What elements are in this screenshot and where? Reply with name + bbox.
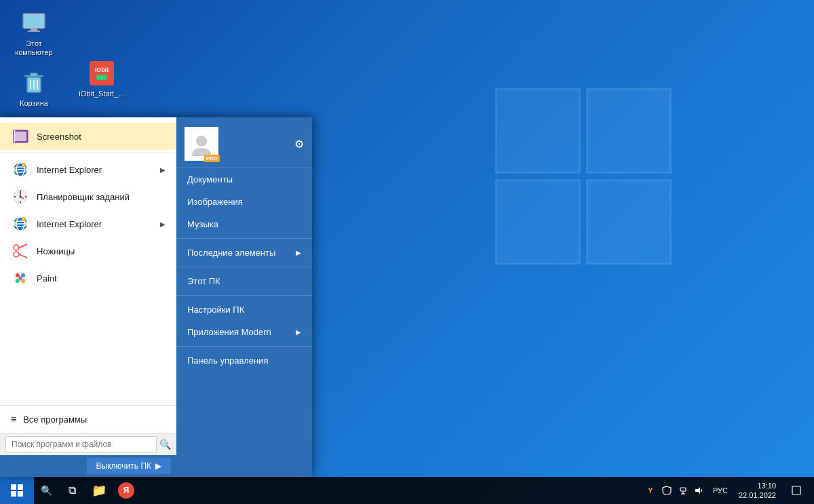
app-scissors-label: Ножницы <box>37 246 166 256</box>
yandex-browser-tray-icon[interactable]: Y <box>644 477 657 504</box>
desktop-icon-this-computer[interactable]: Этот компьютер <box>7 7 61 60</box>
svg-rect-55 <box>11 484 16 490</box>
recent-arrow: ▶ <box>296 249 301 256</box>
svg-rect-3 <box>587 180 671 264</box>
shutdown-button[interactable]: Выключить ПК ▶ <box>87 458 171 474</box>
windows-logo-bg <box>488 81 678 271</box>
search-icon[interactable]: 🔍 <box>159 439 171 450</box>
right-menu-modern-apps[interactable]: Приложения Modern ▶ <box>176 321 312 343</box>
start-panel-right: PRO ⚙ Документы Изображения Музыка После… <box>176 117 312 477</box>
app-screenshot[interactable]: Screenshot <box>0 123 176 150</box>
right-divider-1 <box>176 238 312 239</box>
start-button[interactable] <box>0 477 34 504</box>
desktop: Этот компьютер Корзина IObi <box>0 0 814 504</box>
control-panel-label: Панель управления <box>187 355 268 366</box>
recycle-bin-icon <box>20 69 47 96</box>
search-input[interactable] <box>5 436 157 452</box>
svg-rect-63 <box>792 486 800 495</box>
taskbar-search-button[interactable]: 🔍 <box>34 477 58 504</box>
all-programs-label: Все программы <box>23 414 87 425</box>
security-tray-icon[interactable] <box>660 477 674 504</box>
svg-point-54 <box>196 136 207 147</box>
svg-rect-0 <box>496 89 579 172</box>
language-indicator[interactable]: РУС <box>710 486 731 495</box>
svg-text:e: e <box>23 217 25 221</box>
scissors-icon <box>11 241 30 260</box>
right-menu-recent[interactable]: Последние элементы ▶ <box>176 241 312 264</box>
app-paint-label: Paint <box>37 273 166 284</box>
app-paint[interactable]: Paint <box>0 265 176 292</box>
taskbar-right: Y <box>644 477 814 504</box>
settings-gear-icon[interactable]: ⚙ <box>294 138 304 151</box>
user-section: PRO ⚙ <box>176 117 312 168</box>
documents-label: Документы <box>187 174 233 185</box>
ie-icon-1: e <box>11 160 30 179</box>
svg-text:IObit: IObit <box>95 66 109 73</box>
recent-label: Последние элементы <box>187 248 275 258</box>
right-menu-this-pc[interactable]: Этот ПК <box>176 270 312 292</box>
svg-rect-6 <box>31 28 37 31</box>
volume-tray-icon[interactable] <box>693 477 706 504</box>
svg-point-53 <box>19 277 22 280</box>
svg-rect-58 <box>18 491 23 497</box>
volume-icon <box>695 486 704 495</box>
iobit-icon-label: iObit_Start_... <box>79 90 124 98</box>
shutdown-label: Выключить ПК <box>96 461 151 471</box>
all-programs-btn[interactable]: ≡ Все программы <box>0 410 176 429</box>
app-ie1[interactable]: e Internet Explorer ▶ <box>0 156 176 183</box>
desktop-icon-recycle-bin[interactable]: Корзина <box>7 66 61 111</box>
yandex-icon: Я <box>118 482 134 499</box>
this-pc-label: Этот ПК <box>187 276 220 286</box>
shutdown-arrow: ▶ <box>155 461 161 471</box>
svg-rect-10 <box>31 73 37 76</box>
right-menu-music[interactable]: Музыка <box>176 213 312 235</box>
shutdown-section: Выключить ПК ▶ <box>0 455 176 477</box>
right-menu-pc-settings[interactable]: Настройки ПК <box>176 298 312 321</box>
modern-apps-arrow: ▶ <box>296 328 301 336</box>
right-menu-images[interactable]: Изображения <box>176 191 312 213</box>
svg-line-46 <box>19 254 27 258</box>
app-ie2-label: Internet Explorer <box>37 219 160 229</box>
svg-point-49 <box>16 273 20 277</box>
system-tray: Y <box>644 477 706 504</box>
user-avatar: PRO <box>185 127 218 161</box>
svg-point-52 <box>21 279 25 283</box>
pro-badge: PRO <box>204 155 220 162</box>
taskbar-search-icon: 🔍 <box>41 485 52 496</box>
app-screenshot-label: Screenshot <box>37 132 166 142</box>
svg-rect-5 <box>24 15 43 27</box>
right-divider-4 <box>176 346 312 347</box>
recycle-bin-icon-label: Корзина <box>20 99 48 108</box>
app-scheduler-label: Планировщик заданий <box>37 192 166 202</box>
svg-rect-59 <box>680 488 686 491</box>
pc-settings-label: Настройки ПК <box>187 305 244 315</box>
svg-point-51 <box>16 279 20 283</box>
desktop-icon-iobit[interactable]: IObit ↑ iObit_Start_... <box>75 57 129 101</box>
apps-list: Screenshot e In <box>0 117 176 405</box>
right-menu-documents[interactable]: Документы <box>176 168 312 191</box>
taskbar-file-explorer[interactable]: 📁 <box>85 477 113 504</box>
app-task-scheduler[interactable]: Планировщик заданий <box>0 183 176 210</box>
right-menu-control-panel[interactable]: Панель управления <box>176 349 312 372</box>
screenshot-icon <box>11 127 30 146</box>
app-ie1-label: Internet Explorer <box>37 165 160 175</box>
svg-rect-57 <box>11 491 16 497</box>
right-divider-3 <box>176 295 312 296</box>
shield-icon <box>662 486 672 495</box>
taskbar-task-view[interactable]: ⧉ <box>58 477 85 504</box>
app-ie2[interactable]: e Internet Explorer ▶ <box>0 210 176 237</box>
svg-rect-19 <box>14 132 26 141</box>
notification-icon <box>792 486 801 495</box>
music-label: Музыка <box>187 219 218 229</box>
taskbar-yandex[interactable]: Я <box>113 477 140 504</box>
computer-icon <box>20 9 47 37</box>
system-clock[interactable]: 13:10 22.01.2022 <box>735 481 780 501</box>
file-explorer-icon: 📁 <box>92 483 106 498</box>
svg-rect-7 <box>28 31 40 32</box>
app-scissors[interactable]: Ножницы <box>0 237 176 265</box>
svg-marker-62 <box>695 487 700 494</box>
svg-point-50 <box>21 273 25 277</box>
notification-center-button[interactable] <box>784 477 809 504</box>
computer-icon-label: Этот компьютер <box>9 39 58 57</box>
network-tray-icon[interactable] <box>676 477 690 504</box>
